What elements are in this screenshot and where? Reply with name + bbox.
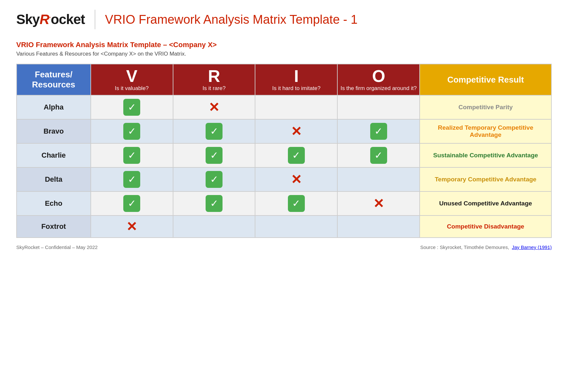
cell-result: Realized Temporary Competitive Advantage xyxy=(420,119,551,143)
cell-result: Temporary Competitive Advantage xyxy=(420,167,551,191)
check-icon: ✓ xyxy=(123,123,140,140)
check-icon: ✓ xyxy=(206,147,223,164)
cell-o xyxy=(337,95,420,119)
cell-o: ✕ xyxy=(337,191,420,216)
check-icon: ✓ xyxy=(288,195,305,212)
col-o-sub: Is the firm organized around it? xyxy=(340,85,417,92)
cell-v: ✓ xyxy=(91,95,173,119)
check-icon: ✓ xyxy=(206,123,223,140)
subtitle-section: VRIO Framework Analysis Matrix Template … xyxy=(16,41,552,57)
cell-r: ✕ xyxy=(173,95,255,119)
cell-r: ✓ xyxy=(173,119,255,143)
check-icon: ✓ xyxy=(123,99,140,116)
cell-result: Competitive Parity xyxy=(420,95,551,119)
footer-link[interactable]: Jay Barney (1991) xyxy=(512,244,552,250)
footer-right-prefix: Source : Skyrocket, Timothée Demoures, xyxy=(420,244,509,250)
footer-left: SkyRocket – Confidential – May 2022 xyxy=(16,244,98,250)
cell-result: Unused Competitive Advantage xyxy=(420,191,551,216)
col-v-letter: V xyxy=(94,68,170,85)
vrio-matrix-table: Features/ Resources V Is it valuable? R … xyxy=(16,64,552,238)
cell-v: ✓ xyxy=(91,119,173,143)
check-icon: ✓ xyxy=(123,147,140,164)
col-header-i: I Is it hard to imitate? xyxy=(255,64,337,95)
logo-accent: ´ xyxy=(49,16,51,23)
check-icon: ✓ xyxy=(123,171,140,188)
cross-icon: ✕ xyxy=(373,196,384,211)
check-icon: ✓ xyxy=(370,147,387,164)
logo: SkyR´ocket xyxy=(16,12,85,27)
col-header-result: Competitive Result xyxy=(420,64,551,95)
cell-v: ✓ xyxy=(91,143,173,167)
cell-i: ✓ xyxy=(255,143,337,167)
logo-sky: Sky xyxy=(16,12,40,27)
row-name: Foxtrot xyxy=(17,216,91,238)
cell-r: ✓ xyxy=(173,191,255,216)
col-header-v: V Is it valuable? xyxy=(91,64,173,95)
col-r-sub: Is it rare? xyxy=(176,85,252,92)
col-header-o: O Is the firm organized around it? xyxy=(337,64,420,95)
col-v-sub: Is it valuable? xyxy=(94,85,170,92)
col-header-features: Features/ Resources xyxy=(17,64,91,95)
footer: SkyRocket – Confidential – May 2022 Sour… xyxy=(16,244,552,250)
table-row: Bravo ✓ ✓ ✕ ✓ Realized Temporary Competi… xyxy=(17,119,551,143)
cell-v: ✓ xyxy=(91,191,173,216)
row-name: Charlie xyxy=(17,143,91,167)
check-icon: ✓ xyxy=(370,123,387,140)
cell-o xyxy=(337,216,420,238)
cell-r xyxy=(173,216,255,238)
col-header-r: R Is it rare? xyxy=(173,64,255,95)
check-icon: ✓ xyxy=(206,171,223,188)
col-o-letter: O xyxy=(340,68,417,85)
subtitle-desc: Various Features & Resources for <Compan… xyxy=(16,51,552,57)
cell-o: ✓ xyxy=(337,119,420,143)
check-icon: ✓ xyxy=(206,195,223,212)
page-title: VRIO Framework Analysis Matrix Template … xyxy=(105,13,358,27)
subtitle-title: VRIO Framework Analysis Matrix Template … xyxy=(16,41,552,49)
cell-v: ✓ xyxy=(91,167,173,191)
row-name: Delta xyxy=(17,167,91,191)
cell-r: ✓ xyxy=(173,143,255,167)
col-r-letter: R xyxy=(176,68,252,85)
cell-result: Competitive Disadvantage xyxy=(420,216,551,238)
table-header-row: Features/ Resources V Is it valuable? R … xyxy=(17,64,551,95)
logo-rocket: ocket xyxy=(51,12,85,27)
cell-v: ✕ xyxy=(91,216,173,238)
table-row: Foxtrot ✕ Competitive Disadvantage xyxy=(17,216,551,238)
check-icon: ✓ xyxy=(123,195,140,212)
cell-i: ✕ xyxy=(255,119,337,143)
page-header: SkyR´ocket VRIO Framework Analysis Matri… xyxy=(16,10,552,33)
table-row: Alpha ✓ ✕ Competitive Parity xyxy=(17,95,551,119)
table-body: Alpha ✓ ✕ Competitive Parity Bravo ✓ ✓ ✕… xyxy=(17,95,551,238)
header-divider xyxy=(95,10,95,29)
cell-i: ✓ xyxy=(255,191,337,216)
cell-result: Sustainable Competitive Advantage xyxy=(420,143,551,167)
cross-icon: ✕ xyxy=(126,219,137,234)
logo-r: R xyxy=(40,12,49,27)
cell-i: ✕ xyxy=(255,167,337,191)
table-row: Charlie ✓ ✓ ✓ ✓ Sustainable Competitive … xyxy=(17,143,551,167)
cell-o xyxy=(337,167,420,191)
check-icon: ✓ xyxy=(288,147,305,164)
cell-i xyxy=(255,95,337,119)
cross-icon: ✕ xyxy=(209,100,220,114)
col-i-sub: Is it hard to imitate? xyxy=(258,85,334,92)
cell-i xyxy=(255,216,337,238)
row-name: Bravo xyxy=(17,119,91,143)
cell-o: ✓ xyxy=(337,143,420,167)
row-name: Alpha xyxy=(17,95,91,119)
table-row: Delta ✓ ✓ ✕ Temporary Competitive Advant… xyxy=(17,167,551,191)
table-row: Echo ✓ ✓ ✓ ✕ Unused Competitive Advantag… xyxy=(17,191,551,216)
col-i-letter: I xyxy=(258,68,334,85)
cross-icon: ✕ xyxy=(291,172,302,187)
cross-icon: ✕ xyxy=(291,124,302,138)
footer-right: Source : Skyrocket, Timothée Demoures, J… xyxy=(420,244,552,250)
row-name: Echo xyxy=(17,191,91,216)
cell-r: ✓ xyxy=(173,167,255,191)
